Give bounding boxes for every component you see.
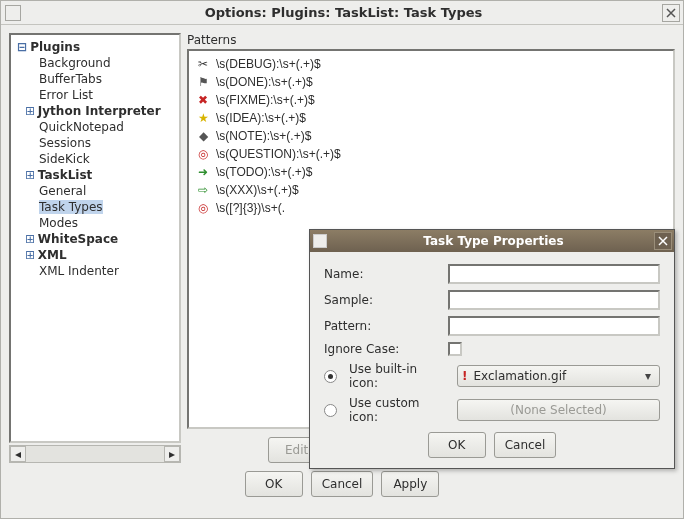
window-title: Options: Plugins: TaskList: Task Types [25,5,662,20]
tree-item-label: Background [39,56,111,70]
tree-item-label: QuickNotepad [39,120,124,134]
pattern-row[interactable]: ◎\s(QUESTION):\s+(.+)$ [195,145,667,163]
tree-item-label: Task Types [39,200,103,214]
expand-handle-icon[interactable]: ⊟ [17,40,26,54]
pattern-text: \s(FIXME):\s+(.+)$ [216,93,315,107]
tree-item-label: XML [38,248,67,262]
pattern-row[interactable]: ★\s(IDEA):\s+(.+)$ [195,109,667,127]
pattern-icon: ✂ [195,56,211,72]
scroll-left-icon[interactable]: ◂ [10,446,26,462]
custom-icon-button[interactable]: (None Selected) [457,399,660,421]
custom-icon-radio[interactable] [324,404,337,417]
tree-item[interactable]: BufferTabs [13,71,177,87]
sample-label: Sample: [324,293,440,307]
tree-root-label: Plugins [30,40,80,54]
dialog-titlebar: Task Type Properties [310,230,674,252]
scroll-right-icon[interactable]: ▸ [164,446,180,462]
pattern-text: \s(XXX)\s+(.+)$ [216,183,299,197]
tree-item[interactable]: ⊞ Jython Interpreter [13,103,177,119]
dialog-ok-button[interactable]: OK [428,432,486,458]
dialog-close-button[interactable] [654,232,672,250]
system-menu-icon[interactable] [5,5,21,21]
exclamation-icon: ! [462,369,467,383]
close-button[interactable] [662,4,680,22]
tree-item[interactable]: SideKick [13,151,177,167]
tree-item[interactable]: XML Indenter [13,263,177,279]
pattern-text: \s(IDEA):\s+(.+)$ [216,111,306,125]
expand-handle-icon[interactable]: ⊞ [25,232,34,246]
pattern-icon: ✖ [195,92,211,108]
chevron-down-icon: ▾ [641,369,655,383]
dialog-title: Task Type Properties [333,234,654,248]
tree-pane: ⊟ Plugins BackgroundBufferTabsError List… [9,33,181,463]
tree-item-label: Modes [39,216,78,230]
builtin-icon-radio[interactable] [324,370,337,383]
pattern-row[interactable]: ➜\s(TODO):\s+(.+)$ [195,163,667,181]
pattern-label: Pattern: [324,319,440,333]
pattern-row[interactable]: ✖\s(FIXME):\s+(.+)$ [195,91,667,109]
expand-handle-icon[interactable]: ⊞ [25,168,34,182]
pattern-row[interactable]: ✂\s(DEBUG):\s+(.+)$ [195,55,667,73]
tree-item-label: SideKick [39,152,90,166]
tree-item-label: Jython Interpreter [38,104,161,118]
pattern-icon: ★ [195,110,211,126]
tree-item[interactable]: Sessions [13,135,177,151]
pattern-icon: ◎ [195,200,211,216]
builtin-icon-label: Use built-in icon: [349,362,449,390]
tree-item-label: WhiteSpace [38,232,118,246]
tree-item[interactable]: ⊞ WhiteSpace [13,231,177,247]
cancel-button[interactable]: Cancel [311,471,374,497]
builtin-icon-value: Exclamation.gif [473,369,566,383]
tree-item-label: General [39,184,86,198]
tree-item[interactable]: ⊞ TaskList [13,167,177,183]
pattern-row[interactable]: ⚑\s(DONE):\s+(.+)$ [195,73,667,91]
pattern-text: \s(TODO):\s+(.+)$ [216,165,312,179]
pattern-text: \s([?]{3})\s+(. [216,201,285,215]
pattern-row[interactable]: ◎\s([?]{3})\s+(. [195,199,667,217]
tree-item[interactable]: QuickNotepad [13,119,177,135]
pattern-icon: ⇨ [195,182,211,198]
expand-handle-icon[interactable]: ⊞ [25,248,34,262]
tree-item[interactable]: Task Types [13,199,177,215]
pattern-text: \s(NOTE):\s+(.+)$ [216,129,311,143]
main-button-row: OK Cancel Apply [1,465,683,497]
tree-item-label: BufferTabs [39,72,102,86]
tree-root[interactable]: ⊟ Plugins [13,39,177,55]
dialog-cancel-button[interactable]: Cancel [494,432,557,458]
tree-item[interactable]: General [13,183,177,199]
tree-item[interactable]: Error List [13,87,177,103]
tree-horizontal-scrollbar[interactable]: ◂ ▸ [9,445,181,463]
dialog-body: Name: Sample: Pattern: Ignore Case: Use … [310,252,674,468]
tree-item-label: Sessions [39,136,91,150]
pattern-text: \s(DEBUG):\s+(.+)$ [216,57,321,71]
pattern-row[interactable]: ◆\s(NOTE):\s+(.+)$ [195,127,667,145]
expand-handle-icon[interactable]: ⊞ [25,104,34,118]
ignore-case-label: Ignore Case: [324,342,440,356]
plugin-tree[interactable]: ⊟ Plugins BackgroundBufferTabsError List… [9,33,181,443]
tree-item[interactable]: Modes [13,215,177,231]
pattern-text: \s(QUESTION):\s+(.+)$ [216,147,341,161]
dialog-system-icon[interactable] [313,234,327,248]
apply-button[interactable]: Apply [381,471,439,497]
tree-item[interactable]: ⊞ XML [13,247,177,263]
titlebar: Options: Plugins: TaskList: Task Types [1,1,683,25]
custom-icon-value: (None Selected) [510,403,607,417]
tree-item[interactable]: Background [13,55,177,71]
task-type-properties-dialog: Task Type Properties Name: Sample: Patte… [309,229,675,469]
tree-item-label: TaskList [38,168,93,182]
ignore-case-checkbox[interactable] [448,342,462,356]
dialog-button-row: OK Cancel [324,432,660,458]
pattern-field[interactable] [448,316,660,336]
name-field[interactable] [448,264,660,284]
pattern-icon: ◆ [195,128,211,144]
pattern-icon: ➜ [195,164,211,180]
name-label: Name: [324,267,440,281]
pattern-row[interactable]: ⇨\s(XXX)\s+(.+)$ [195,181,667,199]
ok-button[interactable]: OK [245,471,303,497]
pattern-icon: ◎ [195,146,211,162]
pattern-text: \s(DONE):\s+(.+)$ [216,75,313,89]
tree-item-label: Error List [39,88,93,102]
builtin-icon-combo[interactable]: ! Exclamation.gif ▾ [457,365,660,387]
pattern-icon: ⚑ [195,74,211,90]
sample-field[interactable] [448,290,660,310]
